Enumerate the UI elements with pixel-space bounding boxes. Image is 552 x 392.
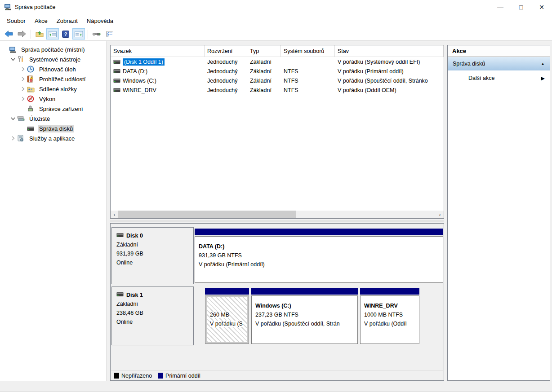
drive-icon — [113, 69, 120, 74]
scrollbar-thumb[interactable] — [118, 211, 296, 218]
drive-icon — [113, 88, 120, 92]
horizontal-scrollbar[interactable]: ‹ › — [111, 211, 444, 218]
drive-icon — [113, 59, 120, 64]
chevron-collapsed-icon[interactable] — [19, 77, 27, 81]
partition-legend: Nepřiřazeno Primární oddíl — [111, 370, 443, 381]
minimize-button[interactable]: — — [490, 0, 511, 14]
disk-management-icon — [27, 125, 36, 132]
partition-winre-drv[interactable]: WINRE_DRV 1000 MB NTFS V pořádku (Oddíl — [360, 288, 419, 344]
menu-napoveda[interactable]: Nápověda — [82, 16, 118, 26]
console-tool-button[interactable] — [90, 28, 103, 40]
partition-status: V pořádku (S — [210, 319, 246, 328]
partition-windows-c[interactable]: Windows (C:) 237,23 GB NTFS V pořádku (S… — [251, 288, 358, 344]
volume-status: V pořádku (Spouštěcí oddíl, Stránko — [335, 78, 444, 84]
help-icon: ? — [62, 31, 69, 38]
forward-button[interactable] — [15, 28, 28, 40]
volume-row[interactable]: (Disk 1 Oddíl 1) Jednoduchý Základní V p… — [111, 57, 444, 66]
checklist-button[interactable] — [103, 28, 116, 40]
chevron-collapsed-icon[interactable] — [9, 136, 17, 141]
tree-item-shared-folders[interactable]: Sdílené složky — [0, 84, 107, 94]
menu-soubor[interactable]: Soubor — [2, 16, 30, 26]
column-header-system-souboru[interactable]: Systém souborů — [281, 45, 335, 57]
drive-icon — [116, 292, 124, 298]
partition-size: 260 MB — [210, 310, 246, 319]
tree-item-label: Prohlížeč událostí — [38, 75, 87, 83]
column-header-svazek[interactable]: Svazek — [111, 45, 205, 57]
tree-item-event-viewer[interactable]: Prohlížeč událostí — [0, 74, 107, 84]
volume-fs: NTFS — [281, 78, 335, 84]
column-header-typ[interactable]: Typ — [247, 45, 281, 57]
tree-item-label: Správa počítače (místní) — [20, 46, 86, 53]
volume-row[interactable]: WINRE_DRV Jednoduchý Základní NTFS V poř… — [111, 85, 444, 95]
partition-status: V pořádku (Spouštěcí oddíl, Strán — [255, 319, 355, 328]
partition-name: DATA (D:) — [199, 242, 440, 251]
disk1-label-cell[interactable]: Disk 1 Základní 238,46 GB Online — [111, 286, 194, 345]
chevron-expanded-icon[interactable] — [9, 58, 17, 61]
disk-size: 931,39 GB — [116, 249, 193, 258]
action-pane-toggle-button[interactable] — [72, 28, 85, 40]
partition-color-bar — [195, 229, 443, 235]
column-header-rozvrzeni[interactable]: Rozvržení — [205, 45, 247, 57]
volume-list-header: Svazek Rozvržení Typ Systém souborů Stav — [111, 45, 444, 57]
volume-row[interactable]: Windows (C:) Jednoduchý Základní NTFS V … — [111, 76, 444, 85]
legend-label: Nepřiřazeno — [121, 373, 152, 379]
tree-item-task-scheduler[interactable]: Plánovač úloh — [0, 64, 107, 74]
toolbar-separator — [88, 30, 88, 39]
flyout-arrow-icon: ▶ — [541, 75, 545, 81]
back-icon — [4, 31, 13, 37]
legend-unallocated: Nepřiřazeno — [114, 373, 152, 379]
event-log-icon — [27, 75, 36, 83]
partition-data-d[interactable]: DATA (D:) 931,39 GB NTFS V pořádku (Prim… — [195, 229, 443, 283]
volume-layout: Jednoduchý — [205, 59, 247, 65]
disk-graphical-panel: Disk 0 Základní 931,39 GB Online DATA (D… — [110, 223, 444, 381]
tree-item-computer-management-root[interactable]: Správa počítače (místní) — [0, 44, 107, 54]
chevron-collapsed-icon[interactable] — [19, 97, 27, 101]
menu-zobrazit[interactable]: Zobrazit — [52, 16, 82, 26]
volume-layout: Jednoduchý — [205, 78, 247, 84]
pane-splitter[interactable] — [110, 220, 444, 222]
legend-primary-partition: Primární oddíl — [158, 373, 200, 379]
scroll-right-button[interactable]: › — [436, 211, 444, 218]
chevron-collapsed-icon[interactable] — [19, 87, 27, 91]
back-button[interactable] — [2, 28, 15, 40]
volume-type: Základní — [247, 87, 281, 93]
tools-icon — [17, 56, 26, 63]
maximize-button[interactable]: □ — [511, 0, 531, 14]
tree-item-performance[interactable]: Výkon — [0, 94, 107, 104]
tree-item-label: Plánovač úloh — [38, 66, 77, 73]
close-button[interactable]: ✕ — [531, 0, 552, 14]
tree-item-label: Systémové nástroje — [28, 56, 82, 63]
help-button[interactable]: ? — [59, 28, 72, 40]
tree-item-system-tools[interactable]: Systémové nástroje — [0, 54, 107, 64]
performance-icon — [27, 95, 36, 102]
volume-fs: NTFS — [281, 87, 335, 93]
tree-item-disk-management[interactable]: Správa disků — [0, 123, 107, 133]
volume-row[interactable]: DATA (D:) Jednoduchý Základní NTFS V poř… — [111, 66, 444, 76]
partition-size: 237,23 GB NTFS — [255, 310, 355, 319]
partition-efi-selected[interactable]: 260 MB V pořádku (S — [205, 288, 249, 344]
column-header-stav[interactable]: Stav — [335, 45, 444, 57]
chevron-expanded-icon[interactable] — [9, 117, 17, 120]
chevron-collapsed-icon[interactable] — [19, 67, 27, 71]
tree-item-storage[interactable]: Úložiště — [0, 114, 107, 123]
tree-item-device-manager[interactable]: Správce zařízení — [0, 104, 107, 114]
actions-section-disk-management[interactable]: Správa disků ▲ — [448, 57, 550, 70]
volume-status: V pořádku (Primární oddíl) — [335, 68, 444, 75]
tree-item-services-applications[interactable]: Služby a aplikace — [0, 133, 107, 143]
disk0-label-cell[interactable]: Disk 0 Základní 931,39 GB Online — [111, 227, 194, 284]
volume-status: V pořádku (Systémový oddíl EFI) — [335, 59, 444, 65]
console-tool-icon — [92, 31, 101, 37]
primary-partition-swatch — [158, 373, 163, 379]
volume-type: Základní — [247, 78, 281, 84]
console-tree-toggle-button[interactable] — [46, 28, 59, 40]
scroll-left-button[interactable]: ‹ — [111, 211, 118, 218]
collapse-icon[interactable]: ▲ — [541, 62, 545, 66]
menu-akce[interactable]: Akce — [30, 16, 52, 26]
volume-layout: Jednoduchý — [205, 68, 247, 75]
partition-color-bar — [360, 288, 419, 295]
computer-management-window: Správa počítače — □ ✕ Soubor Akce Zobraz… — [0, 0, 552, 392]
more-actions-item[interactable]: Další akce ▶ — [448, 70, 550, 86]
partition-size: 1000 MB NTFS — [364, 310, 416, 319]
disk-type: Základní — [116, 240, 193, 249]
folder-up-button[interactable] — [33, 28, 46, 40]
